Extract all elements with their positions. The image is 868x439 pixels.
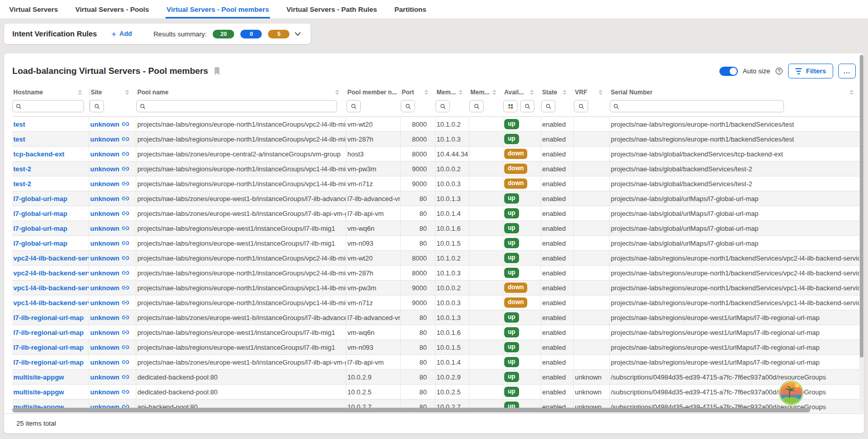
search-icon [524, 103, 531, 110]
search-input-hostname[interactable] [22, 103, 81, 110]
sort-icon[interactable] [530, 90, 534, 95]
vrf-cell [574, 176, 610, 191]
hostname-link[interactable]: tcp-backend-ext [13, 150, 65, 158]
more-actions-button[interactable]: ... [838, 64, 856, 78]
link-icon [122, 210, 129, 217]
tab-virtual-servers-pool-members[interactable]: Virtual Servers - Pool members [166, 0, 270, 18]
sort-icon[interactable] [850, 90, 854, 95]
horizontal-scrollbar-thumb[interactable] [12, 408, 810, 412]
hostname-link[interactable]: multisite-appgw [13, 388, 64, 396]
sort-icon[interactable] [492, 90, 497, 95]
hostname-link[interactable]: test-2 [13, 180, 31, 188]
hostname-link[interactable]: l7-global-url-map [13, 225, 67, 232]
sort-icon[interactable] [125, 90, 129, 95]
search-input-serial-number[interactable] [619, 103, 781, 110]
search-filter-serial-number[interactable] [610, 100, 784, 112]
site-link[interactable]: unknown [90, 225, 119, 232]
site-link[interactable]: unknown [90, 240, 119, 247]
site-link[interactable]: unknown [90, 121, 119, 128]
hostname-link[interactable]: l7-global-url-map [13, 195, 67, 203]
search-filter-mem[interactable] [469, 100, 484, 112]
hostname-link[interactable]: vpc1-l4-ilb-backend-service [13, 299, 89, 307]
search-filter-pool-name[interactable] [136, 100, 337, 112]
search-filter-state[interactable] [541, 100, 555, 112]
bookmark-icon[interactable] [213, 67, 221, 75]
sort-icon[interactable] [598, 90, 603, 95]
site-link[interactable]: unknown [90, 210, 119, 217]
search-filter-site[interactable] [90, 100, 104, 112]
hostname-link[interactable]: l7-ilb-regional-url-map [13, 314, 84, 322]
site-cell: unknown [89, 162, 136, 176]
help-icon[interactable] [775, 67, 783, 75]
hostname-link[interactable]: l7-global-url-map [13, 240, 67, 247]
link-icon [122, 150, 129, 157]
tab-virtual-servers-pools[interactable]: Virtual Servers - Pools [74, 0, 150, 18]
filters-button[interactable]: Filters [788, 64, 833, 78]
add-rule-button[interactable]: + Add [111, 30, 132, 38]
member-address-cell: 10.1.0.2 [436, 251, 469, 265]
search-filter-pool-member-n[interactable] [346, 100, 361, 112]
search-filter-mem[interactable] [436, 100, 450, 112]
tab-partitions[interactable]: Partitions [394, 0, 427, 18]
summary-badge-failed-count[interactable]: 5 [268, 30, 290, 38]
hostname-link[interactable]: test [13, 121, 25, 128]
availability-legend-button[interactable] [503, 100, 518, 112]
hostname-link[interactable]: vpc2-l4-ilb-backend-service [13, 254, 89, 262]
tab-virtual-servers-path-rules[interactable]: Virtual Servers - Path Rules [285, 0, 378, 18]
summary-badge-info-count[interactable]: 0 [240, 30, 262, 38]
member-address-cell: 10.0.1.6 [436, 221, 469, 235]
search-filter-avail[interactable] [520, 100, 534, 112]
sort-icon[interactable] [335, 90, 339, 95]
site-link[interactable]: unknown [90, 299, 119, 307]
sort-icon[interactable] [459, 90, 463, 95]
hostname-link[interactable]: vpc2-l4-ilb-backend-service [13, 269, 89, 277]
auto-size-toggle[interactable] [719, 67, 738, 76]
vertical-scrollbar-thumb[interactable] [860, 55, 863, 357]
hostname-link[interactable]: l7-global-url-map [13, 210, 67, 217]
search-input-pool-name[interactable] [146, 103, 334, 110]
hostname-link[interactable]: l7-ilb-regional-url-map [13, 358, 84, 366]
hostname-link[interactable]: vpc1-l4-ilb-backend-service [13, 284, 89, 292]
filters-label: Filters [806, 67, 826, 75]
port-cell: 9000 [401, 281, 436, 295]
port-cell: 8000 [401, 117, 436, 131]
hostname-link[interactable]: l7-ilb-regional-url-map [13, 344, 84, 351]
port-cell: 80 [401, 310, 436, 325]
site-link[interactable]: unknown [90, 314, 119, 322]
tab-virtual-servers[interactable]: Virtual Servers [8, 0, 59, 18]
hostname-link[interactable]: multisite-appgw [13, 373, 64, 381]
site-link[interactable]: unknown [90, 388, 119, 396]
search-filter-port[interactable] [401, 100, 415, 112]
site-link[interactable]: unknown [90, 329, 119, 336]
site-link[interactable]: unknown [90, 284, 119, 292]
member-address2-cell [469, 221, 503, 235]
hostname-link[interactable]: l7-ilb-regional-url-map [13, 329, 84, 336]
sort-icon[interactable] [563, 90, 567, 95]
hostname-link[interactable]: test-2 [13, 165, 31, 173]
sort-icon[interactable] [424, 90, 428, 95]
site-link[interactable]: unknown [90, 135, 119, 143]
table-row: test-2unknownprojects/nae-labs/regions/e… [12, 162, 861, 176]
search-filter-vrf[interactable] [574, 100, 588, 112]
vertical-scrollbar[interactable] [859, 55, 864, 413]
site-link[interactable]: unknown [90, 344, 119, 351]
site-link[interactable]: unknown [90, 373, 119, 381]
search-filter-hostname[interactable] [12, 100, 84, 112]
site-link[interactable]: unknown [90, 254, 119, 262]
intent-verification-rules-card: Intent Verification Rules + Add Results … [4, 24, 311, 44]
site-cell: unknown [89, 132, 136, 146]
serial-number-cell: projects/nae-labs/global/backendServices… [610, 162, 861, 176]
search-icon [405, 103, 411, 110]
horizontal-scrollbar[interactable] [12, 408, 861, 412]
sort-icon[interactable] [78, 90, 82, 95]
site-link[interactable]: unknown [90, 358, 119, 366]
site-cell: unknown [89, 340, 136, 354]
site-link[interactable]: unknown [90, 195, 119, 203]
site-link[interactable]: unknown [90, 150, 119, 158]
chevron-down-icon[interactable] [293, 29, 302, 38]
site-link[interactable]: unknown [90, 180, 119, 188]
hostname-link[interactable]: test [13, 135, 25, 143]
summary-badge-passed-count[interactable]: 20 [213, 30, 234, 38]
site-link[interactable]: unknown [90, 269, 119, 277]
site-link[interactable]: unknown [90, 165, 119, 173]
